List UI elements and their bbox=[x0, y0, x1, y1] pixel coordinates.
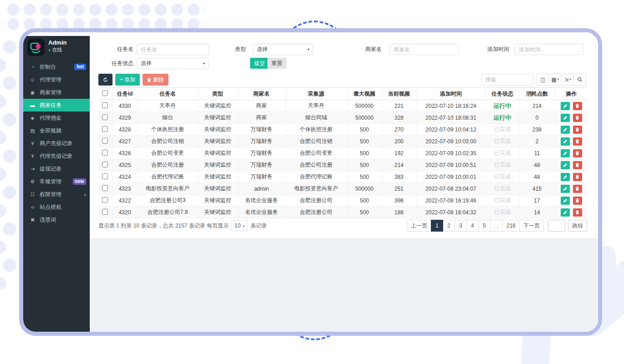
sidebar-item[interactable]: ℮ 站点授权 bbox=[23, 201, 90, 213]
sidebar-item[interactable]: ▬ 商家任务 bbox=[23, 99, 90, 111]
sidebar-item[interactable]: ☺ 代理管理 bbox=[23, 73, 90, 86]
row-edit-button[interactable] bbox=[561, 126, 570, 134]
row-checkbox[interactable] bbox=[102, 138, 108, 144]
row-edit-button[interactable] bbox=[561, 185, 570, 193]
select-all-checkbox[interactable] bbox=[102, 90, 108, 96]
column-header[interactable]: 任务状态 bbox=[486, 88, 519, 100]
submit-button[interactable]: 提交 bbox=[250, 58, 269, 69]
pagination-info-prefix: 显示第 1 到第 10 条记录，总共 2157 条记录 每页显示 bbox=[98, 222, 229, 230]
row-delete-button[interactable] bbox=[573, 102, 582, 110]
sidebar-menu: ◔ 控制台 hot ☺ 代理管理 bbox=[23, 61, 90, 226]
page-size-select[interactable]: 10 ▴ bbox=[231, 220, 248, 231]
row-delete-button[interactable] bbox=[573, 208, 582, 217]
sidebar-item[interactable]: ¥ 商户充值记录 bbox=[23, 137, 90, 150]
row-edit-button[interactable] bbox=[561, 102, 570, 110]
delete-button-label: 删除 bbox=[153, 76, 164, 84]
pagination: 显示第 1 到第 10 条记录，总共 2157 条记录 每页显示 10 ▴ 条记… bbox=[98, 220, 587, 232]
export-button[interactable]: ⇲▾ bbox=[561, 74, 574, 86]
table-row: 4330 天率丹 关键词监控 商家 天率丹 500000 221 2022-07… bbox=[98, 100, 588, 112]
cell-add-time: 2022-07-09 10:00:51 bbox=[416, 159, 486, 171]
type-select[interactable]: 选择 ▾ bbox=[253, 44, 313, 55]
column-header[interactable]: 任务名 bbox=[138, 88, 198, 100]
row-delete-button[interactable] bbox=[573, 149, 582, 157]
page-button[interactable]: 上一页 bbox=[407, 220, 431, 232]
task-name-input[interactable] bbox=[137, 44, 209, 55]
column-header[interactable]: 当前视频 bbox=[382, 88, 416, 100]
sidebar-item[interactable]: ¥ 代理充值记录 bbox=[23, 150, 90, 162]
row-delete-button[interactable] bbox=[573, 161, 582, 169]
table-search-button[interactable] bbox=[573, 74, 586, 86]
merchant-input[interactable] bbox=[389, 44, 459, 55]
row-delete-button[interactable] bbox=[573, 173, 582, 181]
column-header[interactable]: 商家名 bbox=[238, 88, 285, 100]
trash-icon bbox=[575, 162, 579, 167]
column-header[interactable]: 消耗点数 bbox=[519, 88, 555, 100]
sidebar-item[interactable]: ⇥ 提现记录 bbox=[23, 162, 90, 175]
row-edit-button[interactable] bbox=[561, 149, 570, 157]
cell-source: 合肥公司变更 bbox=[285, 147, 347, 159]
cell-type: 关键词监控 bbox=[198, 159, 238, 171]
page-button[interactable]: 3 bbox=[455, 220, 467, 232]
main-content: 任务名 类型 选择 ▾ 商家名 添加时间 任务状态 选择 bbox=[90, 36, 598, 332]
add-button[interactable]: +添加 bbox=[115, 74, 140, 86]
column-header[interactable]: 采集源 bbox=[285, 88, 347, 100]
row-checkbox-cell bbox=[98, 195, 112, 207]
row-checkbox[interactable] bbox=[102, 162, 108, 167]
row-delete-button[interactable] bbox=[573, 197, 582, 205]
delete-button[interactable]: 删除 bbox=[143, 74, 169, 86]
cell-task-name: 合肥注册公司3 bbox=[138, 195, 198, 207]
row-checkbox[interactable] bbox=[102, 102, 108, 108]
column-header[interactable]: 类型 bbox=[198, 88, 238, 100]
row-delete-button[interactable] bbox=[573, 114, 582, 122]
row-checkbox[interactable] bbox=[102, 185, 108, 191]
column-header[interactable]: 添加时间 bbox=[416, 88, 486, 100]
page-button[interactable]: 5 bbox=[478, 220, 491, 232]
sidebar-item[interactable]: ▤ 全部视频 bbox=[23, 124, 90, 137]
page-button[interactable]: 4 bbox=[466, 220, 479, 232]
row-edit-button[interactable] bbox=[561, 173, 570, 181]
row-edit-button[interactable] bbox=[561, 208, 570, 217]
row-edit-button[interactable] bbox=[561, 161, 570, 169]
row-delete-button[interactable] bbox=[573, 126, 582, 134]
table-row: 4328 个体执照注册 关键词监控 万瑞财务 个体执照注册 500 270 20… bbox=[98, 124, 588, 136]
reset-button[interactable]: 重置 bbox=[267, 58, 286, 69]
row-edit-button[interactable] bbox=[561, 197, 570, 205]
jump-page-input[interactable] bbox=[548, 220, 565, 232]
toggle-view-button[interactable]: ◫ bbox=[537, 74, 549, 86]
row-delete-button[interactable] bbox=[573, 137, 582, 146]
cell-add-time: 2022-07-08 16:04:32 bbox=[416, 207, 486, 218]
sidebar-item-icon: ▬ bbox=[29, 102, 36, 108]
row-checkbox[interactable] bbox=[102, 150, 108, 156]
sidebar-item[interactable]: ◔ 控制台 hot bbox=[23, 61, 90, 73]
row-delete-button[interactable] bbox=[573, 185, 582, 193]
sidebar-item[interactable]: ◈ 代理佣金 bbox=[23, 111, 90, 124]
search-input[interactable] bbox=[481, 74, 533, 86]
task-status-select[interactable]: 选择 ▾ bbox=[137, 58, 209, 69]
jump-button[interactable]: 跳转 bbox=[568, 220, 587, 232]
page-button[interactable]: 216 bbox=[502, 220, 520, 232]
sidebar-item[interactable]: ☷ 权限管理 ‹ bbox=[23, 188, 90, 201]
cell-add-time: 2022-07-09 10:04:12 bbox=[416, 124, 486, 136]
row-checkbox[interactable] bbox=[102, 209, 108, 215]
columns-button[interactable]: ▦▾ bbox=[549, 74, 562, 86]
row-checkbox[interactable] bbox=[102, 173, 108, 179]
refresh-button[interactable] bbox=[98, 74, 113, 86]
add-time-input[interactable] bbox=[515, 44, 584, 55]
column-header[interactable]: 操作 bbox=[555, 88, 588, 100]
sidebar-item-label: 代理管理 bbox=[40, 76, 61, 84]
row-checkbox[interactable] bbox=[102, 126, 108, 132]
row-checkbox[interactable] bbox=[102, 197, 108, 203]
row-edit-button[interactable] bbox=[561, 114, 570, 122]
page-button[interactable]: ... bbox=[490, 220, 503, 232]
cell-merchant: 万瑞财务 bbox=[238, 147, 285, 159]
column-header[interactable]: 最大视频 bbox=[347, 88, 382, 100]
sidebar-item[interactable]: ✖ 违禁词 bbox=[23, 213, 90, 226]
page-button[interactable]: 下一页 bbox=[519, 220, 544, 232]
page-button[interactable]: 1 bbox=[431, 220, 443, 232]
sidebar-item[interactable]: ◉ 商家管理 bbox=[23, 86, 90, 99]
row-checkbox[interactable] bbox=[102, 114, 108, 120]
sidebar-item[interactable]: ⚙ 常规管理 new bbox=[23, 175, 90, 188]
page-button[interactable]: 2 bbox=[443, 220, 455, 232]
row-edit-button[interactable] bbox=[561, 137, 570, 146]
column-header[interactable]: 任务id bbox=[112, 88, 138, 100]
